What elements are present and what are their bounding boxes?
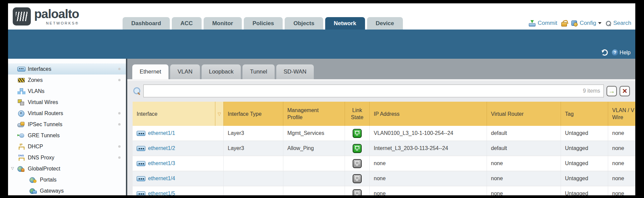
vlans-icon	[17, 88, 25, 94]
table-row[interactable]: ethernet1/4nonenoneUntaggednone	[133, 171, 635, 186]
filter-input[interactable]	[144, 85, 603, 97]
interfaces-icon	[17, 66, 25, 72]
sort-strip[interactable]: ▽	[215, 102, 224, 126]
table-row[interactable]: ethernet1/1Layer3Mgmt_ServicesVLAN0100_L…	[133, 126, 635, 141]
interface-link[interactable]: ethernet1/4	[148, 176, 175, 182]
col-header-vlan[interactable]: VLAN / VWire	[608, 102, 635, 126]
cell-tag: Untagged	[561, 126, 608, 141]
col-header-link[interactable]: LinkState	[345, 102, 370, 126]
items-count: 9 items	[583, 88, 600, 94]
sidebar-item-portals[interactable]: Portals	[8, 174, 126, 185]
clear-filter-button[interactable]: ×	[620, 86, 630, 96]
main-nav-tabs: DashboardACCMonitorPoliciesObjectsNetwor…	[123, 17, 403, 30]
cell-ip-address: none	[370, 156, 487, 171]
sidebar-item-label: VLANs	[28, 88, 45, 94]
cell-tag: Untagged	[561, 186, 608, 195]
table-row[interactable]: ethernet1/5nonenoneUntaggednone	[133, 186, 635, 195]
commit-button[interactable]: Commit	[529, 20, 557, 27]
app-window: paloalto NETWORKS® DashboardACCMonitorPo…	[0, 0, 644, 198]
cell-ip-address: Internet_L3_203-0-113-254--24	[370, 141, 487, 156]
subtab-tunnel[interactable]: Tunnel	[242, 64, 274, 79]
search-icon	[605, 20, 611, 26]
cell-link-state	[345, 126, 370, 141]
cell-virtual-router: none	[487, 171, 561, 186]
interface-link[interactable]: ethernet1/5	[148, 191, 175, 195]
subtab-loopback[interactable]: Loopback	[202, 64, 241, 79]
cell-vlan-virtual-wire: none	[608, 186, 635, 195]
filter-input-wrap: 9 items	[143, 85, 604, 97]
sidebar-item-label: GlobalProtect	[28, 166, 60, 172]
column-label: LinkState	[351, 107, 363, 121]
col-header-ip[interactable]: IP Address	[370, 102, 487, 126]
interface-link[interactable]: ethernet1/3	[148, 160, 175, 166]
chevron-down-icon	[598, 22, 601, 24]
sidebar-item-virtual-wires[interactable]: Virtual Wires	[8, 97, 126, 108]
portals-icon	[29, 177, 37, 183]
sidebar-item-label: Gateways	[40, 188, 64, 194]
sidebar-item-dhcp[interactable]: DHCP	[8, 141, 126, 152]
column-label: Interface	[137, 110, 157, 117]
sidebar-item-gateways[interactable]: Gateways	[8, 185, 126, 195]
nav-tab-policies[interactable]: Policies	[244, 17, 283, 30]
refresh-icon[interactable]	[601, 49, 608, 56]
col-header-tag[interactable]: Tag	[561, 102, 608, 126]
cell-link-state	[345, 141, 370, 156]
search-label: Search	[613, 20, 631, 27]
app-frame: paloalto NETWORKS® DashboardACCMonitorPo…	[8, 3, 635, 195]
view-utilities: ? Help	[601, 49, 631, 56]
config-menu-button[interactable]: Config	[571, 20, 601, 27]
nav-tab-objects[interactable]: Objects	[285, 17, 323, 30]
interface-link[interactable]: ethernet1/1	[148, 130, 175, 136]
help-button[interactable]: ? Help	[612, 49, 631, 56]
column-label: Virtual Router	[491, 110, 524, 117]
interface-icon	[137, 146, 145, 151]
sidebar-item-gre-tunnels[interactable]: GRE Tunnels	[8, 130, 126, 141]
lock-icon[interactable]	[561, 20, 567, 27]
cell-vlan-virtual-wire: none	[608, 156, 635, 171]
cell-link-state	[345, 171, 370, 186]
sidebar-item-label: Virtual Routers	[28, 110, 63, 116]
item-dot	[118, 145, 121, 148]
col-header-vr[interactable]: Virtual Router	[487, 102, 561, 126]
cell-virtual-router: none	[487, 186, 561, 195]
config-icon	[571, 20, 578, 27]
main-panel: EthernetVLANLoopbackTunnelSD-WAN 9 items…	[127, 59, 635, 195]
col-header-interface[interactable]: Interface	[133, 102, 215, 126]
cell-vlan-virtual-wire: none	[608, 171, 635, 186]
col-header-type[interactable]: Interface Type	[224, 102, 283, 126]
cell-interface-type	[224, 171, 283, 186]
item-dot	[118, 123, 121, 126]
sidebar-item-virtual-routers[interactable]: Virtual Routers	[8, 108, 126, 119]
cell-interface-type: Layer3	[224, 126, 283, 141]
sidebar-item-dns-proxy[interactable]: DNS Proxy	[8, 152, 126, 163]
nav-tab-dashboard[interactable]: Dashboard	[123, 17, 170, 30]
teal-banner: ? Help	[8, 30, 635, 59]
sort-dropdown-icon[interactable]: ▽	[218, 111, 221, 116]
col-header-profile[interactable]: ManagementProfile	[283, 102, 345, 126]
subtab-ethernet[interactable]: Ethernet	[132, 64, 168, 79]
sidebar-item-interfaces[interactable]: Interfaces	[8, 63, 126, 75]
expand-arrow-icon[interactable]: ▽	[11, 166, 14, 170]
commit-label: Commit	[538, 20, 557, 27]
subtab-vlan[interactable]: VLAN	[170, 64, 200, 79]
column-label: Tag	[565, 110, 574, 117]
table-row[interactable]: ethernet1/2Layer3Allow_PingInternet_L3_2…	[133, 141, 635, 156]
help-label: Help	[620, 50, 631, 56]
global-search-button[interactable]: Search	[605, 20, 631, 27]
sidebar-item-zones[interactable]: Zones	[8, 75, 126, 86]
sidebar-item-globalprotect[interactable]: ▽GlobalProtect	[8, 163, 126, 174]
sidebar-item-vlans[interactable]: VLANs	[8, 86, 126, 97]
table-row[interactable]: ethernet1/3nonenoneUntaggednone	[133, 156, 635, 171]
nav-tab-device[interactable]: Device	[367, 17, 403, 30]
sidebar-item-label: DHCP	[28, 144, 43, 150]
content-body: InterfacesZonesVLANsVirtual WiresVirtual…	[8, 59, 635, 195]
nav-tab-monitor[interactable]: Monitor	[204, 17, 242, 30]
help-icon: ?	[612, 49, 618, 56]
cell-virtual-router: default	[487, 126, 561, 141]
interface-link[interactable]: ethernet1/2	[148, 145, 175, 151]
sidebar-item-ipsec-tunnels[interactable]: IPSec Tunnels	[8, 119, 126, 130]
subtab-sd-wan[interactable]: SD-WAN	[276, 64, 314, 79]
apply-filter-button[interactable]: →	[606, 86, 617, 96]
nav-tab-acc[interactable]: ACC	[172, 17, 202, 30]
nav-tab-network[interactable]: Network	[325, 17, 365, 30]
